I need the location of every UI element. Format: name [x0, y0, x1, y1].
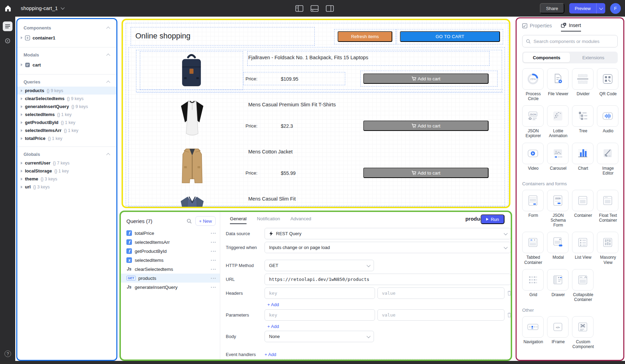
component-card-tree[interactable]: Tree [572, 105, 594, 138]
component-card-drawer[interactable]: Drawer [547, 269, 569, 302]
component-card-audio[interactable]: Audio [597, 105, 619, 138]
tab-properties[interactable]: Properties [522, 23, 552, 31]
preview-dropdown-button[interactable] [596, 3, 605, 14]
component-card-list-view[interactable]: List View [572, 232, 594, 265]
query-row-getProductById[interactable]: f getProductById [121, 247, 220, 256]
new-query-button[interactable]: + New [195, 216, 216, 226]
add-to-cart-button[interactable]: Add to cart [363, 73, 489, 84]
more-options-icon[interactable] [211, 287, 216, 288]
toggle-extensions[interactable]: Extensions [570, 53, 617, 62]
component-card-modal[interactable]: Modal [547, 232, 569, 265]
toggle-left-panel-button[interactable] [295, 5, 303, 12]
tree-item-getProductById[interactable]: getProductById {} 1 key [17, 118, 116, 126]
more-options-icon[interactable] [211, 233, 216, 234]
toggle-components[interactable]: Components [523, 53, 570, 62]
query-row-products[interactable]: GET products [121, 274, 220, 283]
parameters-value-input[interactable] [377, 309, 505, 321]
component-card-float-text-container[interactable]: Float Text Container [597, 190, 619, 228]
more-options-icon[interactable] [211, 269, 216, 270]
tree-item-generateInsertQuery[interactable]: generateInsertQuery {} 9 keys [17, 103, 116, 110]
query-row-generateInsertQuery[interactable]: Js generateInsertQuery [121, 283, 220, 292]
component-card-form[interactable]: Form [522, 190, 544, 228]
tree-item-selectedItemsArr[interactable]: selectedItemsArr {} 1 key [17, 126, 116, 134]
component-tree-rail-button[interactable] [3, 21, 12, 31]
tree-item-localStorage[interactable]: localStorage {} 1 key [17, 167, 116, 175]
more-options-icon[interactable] [211, 278, 216, 279]
search-icon[interactable] [187, 219, 192, 224]
component-card-tabbed-container[interactable]: AB Tabbed Container [522, 232, 544, 265]
run-button[interactable]: Run [481, 214, 505, 224]
headers-key-input[interactable] [265, 287, 375, 299]
add-to-cart-button[interactable]: Add to cart [363, 121, 489, 131]
headers-add-link[interactable]: + Add [267, 302, 279, 307]
tab-insert[interactable]: Insert [561, 23, 581, 32]
tree-item-selectedItems[interactable]: selectedItems {} 1 key [17, 110, 116, 118]
component-card-video[interactable]: Video [522, 143, 544, 176]
tab-notification[interactable]: Notification [257, 216, 280, 224]
component-card-image-editor[interactable]: Image Editor [597, 143, 619, 176]
tree-item-theme[interactable]: theme {} 3 keys [17, 175, 116, 183]
refresh-items-button[interactable]: Refresh items [338, 31, 392, 42]
app-menu-chevron-icon[interactable] [61, 6, 64, 9]
delete-parameter-icon[interactable] [507, 312, 512, 318]
component-card-masonry-view[interactable]: Masonry View [597, 232, 619, 265]
body-select[interactable]: None [265, 331, 374, 342]
data-source-select[interactable]: REST Query [265, 228, 511, 239]
tab-advanced[interactable]: Advanced [291, 216, 311, 224]
toggle-right-panel-button[interactable] [325, 5, 334, 12]
product-row-2[interactable]: Mens Casual Premium Slim Fit T-Shirts Pr… [131, 98, 503, 139]
event-handlers-add-link[interactable]: + Add [265, 352, 276, 357]
delete-header-icon[interactable] [507, 290, 512, 296]
component-search[interactable] [522, 35, 618, 47]
component-card-qr-code[interactable]: QR Code [597, 68, 619, 101]
component-card-iframe[interactable]: </> IFrame [547, 316, 569, 349]
more-options-icon[interactable] [211, 260, 216, 261]
tab-general[interactable]: General [230, 216, 247, 224]
queries-section-header[interactable]: Queries [17, 76, 116, 87]
tree-item-currentUser[interactable]: currentUser {} 7 keys [17, 159, 116, 167]
tree-item-container1[interactable]: container1 [17, 33, 116, 43]
add-to-cart-button[interactable]: Add to cart [363, 168, 489, 178]
modals-section-header[interactable]: Modals [17, 49, 116, 60]
triggered-when-select[interactable]: Inputs change or on page load [265, 242, 511, 253]
component-card-lottie-animation[interactable]: Lottie Animation [547, 105, 569, 138]
home-button[interactable] [0, 0, 16, 17]
product-row-4[interactable]: Mens Casual Slim Fit [131, 192, 503, 208]
go-to-cart-button[interactable]: GO TO CART [400, 31, 500, 42]
app-canvas[interactable]: Online shopping Refresh items GO TO CART… [122, 19, 510, 208]
component-card-navigation[interactable]: Navigation [522, 316, 544, 349]
component-card-container[interactable]: Container [572, 190, 594, 228]
component-card-chart[interactable]: Chart [572, 143, 594, 176]
components-section-header[interactable]: Components [17, 22, 116, 33]
query-row-clearSelectedtems[interactable]: Js clearSelectedtems [121, 265, 220, 274]
share-button[interactable]: Share [540, 3, 564, 14]
tree-item-clearSelectedtems[interactable]: clearSelectedtems {} 9 keys [17, 95, 116, 103]
component-card-collapsible-container[interactable]: Collapsible Container [572, 269, 594, 302]
component-search-input[interactable] [534, 39, 614, 44]
settings-rail-button[interactable] [3, 36, 12, 46]
help-button[interactable]: ? [5, 350, 11, 357]
avatar[interactable]: F [610, 3, 621, 14]
tree-item-url[interactable]: url {} 3 keys [17, 183, 116, 191]
preview-button[interactable]: Preview [569, 3, 596, 14]
more-options-icon[interactable] [211, 251, 216, 252]
toggle-bottom-panel-button[interactable] [310, 5, 319, 12]
headers-value-input[interactable] [377, 287, 505, 299]
component-card-process-circle[interactable]: 25% Process Circle [522, 68, 544, 101]
component-card-grid[interactable]: Grid [522, 269, 544, 302]
component-card-carousel[interactable]: Carousel [547, 143, 569, 176]
tree-item-totalPrice[interactable]: totalPrice {} 1 key [17, 134, 116, 142]
query-row-selectedItems[interactable]: x selectedItems [121, 256, 220, 265]
tree-item-products[interactable]: products {} 9 keys [17, 87, 116, 95]
component-card-json-schema-form[interactable]: JSON JSON Schema Form [547, 190, 569, 228]
parameters-add-link[interactable]: + Add [267, 324, 279, 329]
product-row-1[interactable]: Fjallraven - Foldsack No. 1 Backpack, Fi… [131, 51, 503, 91]
component-card-divider[interactable]: Divider [572, 68, 594, 101]
tree-item-cart[interactable]: cart [17, 60, 116, 70]
query-row-selectedItemsArr[interactable]: f selectedItemsArr [121, 238, 220, 247]
component-card-custom-component[interactable]: Custom Component [572, 316, 594, 349]
http-method-select[interactable]: GET [265, 260, 374, 271]
component-card-json-explorer[interactable]: JSON JSON Explorer [522, 105, 544, 138]
parameters-key-input[interactable] [265, 309, 375, 321]
product-row-3[interactable]: Mens Cotton Jacket Price: $55.99 Add to … [131, 145, 503, 186]
